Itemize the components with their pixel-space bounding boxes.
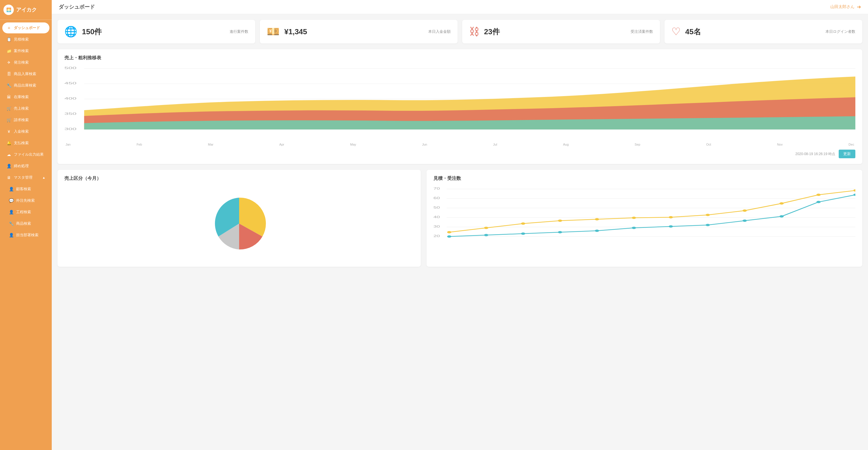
- sidebar-item-stock-search[interactable]: 🏛在庫検索: [2, 91, 50, 103]
- svg-text:500: 500: [64, 66, 76, 69]
- svg-point-25: [558, 220, 562, 222]
- sidebar-label-sales-search: 売上検索: [14, 106, 29, 111]
- sidebar-item-inventory-out[interactable]: 🔧商品出庫検索: [2, 80, 50, 91]
- kpi-card-cases: 🌐 150件 進行案件数: [58, 20, 255, 44]
- sidebar-label-dashboard: ダッシュボード: [14, 25, 40, 30]
- user-area: 山田太郎さん ➜: [830, 4, 861, 10]
- sidebar-item-customer-search[interactable]: 👤顧客検索: [2, 184, 50, 195]
- sidebar-label-product-search: 商品検索: [16, 221, 31, 226]
- sidebar-label-file-output: ファイル出力結果: [14, 152, 44, 157]
- svg-point-41: [706, 224, 710, 226]
- globe-icon: 🌐: [64, 26, 77, 38]
- sidebar-label-inventory-out: 商品出庫検索: [14, 83, 36, 88]
- sidebar-item-invoice-search[interactable]: 🛒請求検索: [2, 114, 50, 125]
- sidebar-label-invoice-search: 請求検索: [14, 117, 29, 122]
- logout-icon[interactable]: ➜: [857, 4, 861, 10]
- kpi-info-login: 45名: [685, 27, 821, 37]
- svg-text:50: 50: [433, 206, 440, 209]
- sidebar-label-expense-search: 支払検索: [14, 140, 29, 146]
- svg-point-44: [816, 201, 820, 203]
- sidebar-label-case-search: 案件検索: [14, 48, 29, 54]
- svg-point-40: [669, 225, 673, 228]
- area-chart-container: 500 450 400 350 300: [64, 65, 855, 146]
- sidebar-item-order-search[interactable]: ✈発注検索: [2, 57, 50, 68]
- sidebar-item-dashboard[interactable]: ≡ダッシュボード: [2, 23, 50, 33]
- kpi-value-payment: ¥1,345: [284, 27, 424, 36]
- kpi-value-cases: 150件: [82, 27, 225, 37]
- line-chart-title: 見積・受注数: [433, 175, 855, 181]
- sidebar-item-staff-search[interactable]: 👤担当部署検索: [2, 230, 50, 241]
- svg-point-29: [706, 214, 710, 216]
- sidebar-item-expense-search[interactable]: 🔔支払検索: [2, 138, 50, 148]
- kpi-value-login: 45名: [685, 27, 821, 37]
- pie-chart-title: 売上区分（今月）: [64, 175, 414, 181]
- svg-point-38: [595, 230, 599, 232]
- svg-text:40: 40: [433, 215, 440, 219]
- pie-chart-svg: [208, 192, 271, 255]
- sidebar: 🌅 アイカク ≡ダッシュボード📋見積検索📁案件検索✈発注検索🗄商品入庫検索🔧商品…: [0, 0, 52, 450]
- sidebar-item-estimate-search[interactable]: 📋見積検索: [2, 34, 50, 45]
- logo-icon: 🌅: [3, 5, 14, 15]
- line-chart-svg: 70 60 50 40 30 20: [433, 186, 855, 244]
- stock-search-icon: 🏛: [6, 95, 11, 99]
- master-mgmt-icon: 🖥: [6, 175, 11, 180]
- sidebar-label-estimate-search: 見積検索: [14, 37, 29, 42]
- content-area: 🌐 150件 進行案件数 💴 ¥1,345 本日入金金額 ⛓ 23件 受注済案件…: [52, 14, 868, 273]
- svg-point-22: [447, 231, 451, 233]
- kpi-label-payment: 本日入金金額: [428, 29, 451, 34]
- pie-chart-card: 売上区分（今月）: [58, 170, 421, 267]
- payment-search-icon: ¥: [6, 129, 11, 134]
- order-search-icon: ✈: [6, 60, 11, 65]
- sidebar-item-outsource-search[interactable]: 💬外注先検索: [2, 195, 50, 206]
- svg-text:400: 400: [64, 97, 76, 100]
- sidebar-label-payment-search: 入金検索: [14, 129, 29, 134]
- sidebar-item-payment-search[interactable]: ¥入金検索: [2, 126, 50, 137]
- update-button[interactable]: 更新: [839, 150, 855, 158]
- area-chart-x-labels: Jan Feb Mar Apr May Jun Jul Aug Sep Oct …: [64, 143, 855, 146]
- svg-text:300: 300: [64, 127, 76, 131]
- kpi-card-login: ♡ 45名 本日ログイン者数: [664, 20, 862, 44]
- kpi-value-orders: 23件: [484, 27, 626, 37]
- sidebar-item-product-search[interactable]: 🔧商品検索: [2, 218, 50, 229]
- sales-search-icon: 🛒: [6, 106, 11, 111]
- sidebar-item-file-output[interactable]: ☁ファイル出力結果: [2, 149, 50, 160]
- sidebar-label-customer-search: 顧客検索: [16, 187, 31, 192]
- area-chart-svg: 500 450 400 350 300: [64, 65, 855, 140]
- svg-text:450: 450: [64, 81, 76, 85]
- svg-point-43: [779, 215, 784, 218]
- line-chart-container: 70 60 50 40 30 20: [433, 186, 855, 245]
- area-chart-title: 売上・粗利推移表: [64, 55, 855, 61]
- user-name: 山田太郎さん: [830, 4, 855, 9]
- outsource-search-icon: 💬: [9, 198, 14, 203]
- estimate-search-icon: 📋: [6, 37, 11, 42]
- arrow-icon: ▲: [42, 176, 45, 179]
- svg-point-35: [484, 234, 488, 236]
- sidebar-item-closing[interactable]: 👤締め処理: [2, 161, 50, 171]
- sidebar-item-master-mgmt[interactable]: 🖥マスタ管理▲: [2, 172, 50, 183]
- kpi-label-orders: 受注済案件数: [630, 29, 653, 34]
- svg-point-45: [853, 194, 855, 196]
- svg-point-23: [484, 227, 488, 229]
- kpi-label-cases: 進行案件数: [230, 29, 248, 34]
- sidebar-item-case-search[interactable]: 📁案件検索: [2, 46, 50, 56]
- kpi-card-orders: ⛓ 23件 受注済案件数: [462, 20, 660, 44]
- svg-point-39: [632, 227, 636, 229]
- sidebar-item-sales-search[interactable]: 🛒売上検索: [2, 103, 50, 114]
- svg-point-37: [558, 231, 562, 233]
- svg-point-27: [632, 217, 636, 219]
- line-chart-card: 見積・受注数 70 60 50 40 30 20: [427, 170, 862, 267]
- sidebar-logo: 🌅 アイカク: [0, 0, 52, 20]
- svg-text:350: 350: [64, 112, 76, 115]
- sidebar-item-process-search[interactable]: 👤工程検索: [2, 206, 50, 218]
- staff-search-icon: 👤: [9, 233, 14, 237]
- chart-footer: 2020-08-19 16:26:19 時点 更新: [64, 150, 855, 158]
- bottom-row: 売上区分（今月） 見積・受: [58, 170, 862, 267]
- sidebar-item-inventory-in[interactable]: 🗄商品入庫検索: [2, 68, 50, 79]
- svg-point-30: [742, 209, 747, 212]
- kpi-label-login: 本日ログイン者数: [826, 29, 855, 34]
- svg-text:30: 30: [433, 225, 440, 228]
- line-order: [449, 195, 855, 236]
- closing-icon: 👤: [6, 164, 11, 168]
- sidebar-label-stock-search: 在庫検索: [14, 94, 29, 100]
- sidebar-label-staff-search: 担当部署検索: [16, 232, 38, 238]
